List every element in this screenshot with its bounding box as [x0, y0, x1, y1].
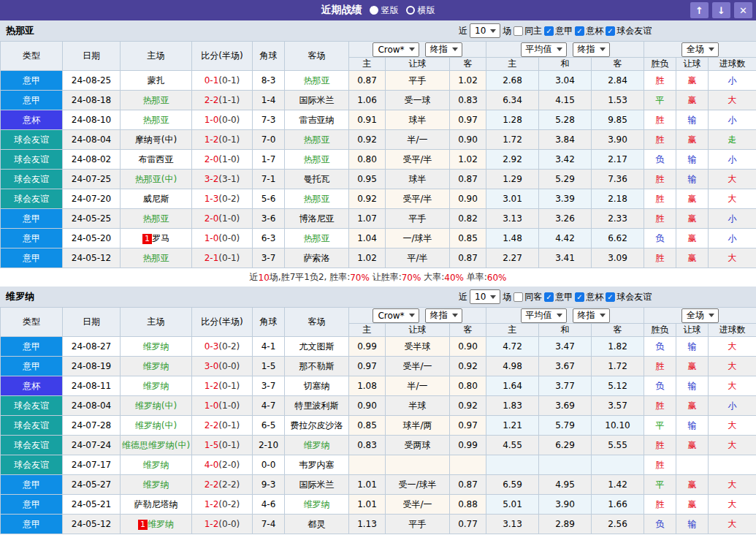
result-winloss: 胜 — [644, 170, 676, 189]
league-seriea-checkbox[interactable]: 意甲 — [544, 291, 573, 303]
match-date: 24-08-19 — [63, 357, 121, 376]
result-handicap: 赢 — [676, 71, 709, 91]
radio-unselected-icon[interactable] — [406, 6, 415, 15]
result-winloss: 负 — [644, 376, 676, 396]
summary-segment: 让胜率: — [370, 271, 402, 284]
avg-stage-select[interactable]: 终指 — [573, 42, 610, 57]
odds-away: 0.90 — [450, 189, 486, 209]
match-date: 24-05-21 — [63, 495, 121, 515]
close-button[interactable]: ✕ — [734, 2, 752, 18]
checkbox-icon[interactable] — [606, 26, 615, 36]
league-badge: 意甲 — [1, 91, 63, 110]
checkbox-icon[interactable] — [575, 26, 584, 36]
checkbox-icon[interactable] — [575, 292, 584, 302]
league-friendly-checkbox[interactable]: 球会友谊 — [606, 291, 652, 303]
layout-radio-horizontal[interactable]: 横版 — [406, 4, 435, 17]
away-team: 热那亚 — [285, 130, 349, 150]
avg-home-odds: 4.72 — [486, 337, 539, 357]
score: 1-5(0-1) — [192, 436, 253, 455]
radio-selected-icon[interactable] — [370, 6, 378, 15]
corner-score: 1-4 — [253, 91, 285, 110]
result-goals: 小 — [709, 209, 756, 229]
fulltime-select[interactable]: 全场 — [681, 308, 719, 323]
result-winloss: 负 — [644, 150, 676, 170]
same-away-checkbox[interactable]: 同客 — [513, 291, 542, 303]
odds-home: 0.87 — [349, 71, 386, 91]
league-cup-checkbox[interactable]: 意杯 — [575, 291, 603, 303]
handicap-line: 受平/半 — [386, 150, 450, 170]
avg-stage-select[interactable]: 终指 — [573, 308, 610, 323]
same-home-checkbox[interactable]: 同主 — [513, 25, 542, 37]
avg-away-odds: 2.33 — [592, 209, 644, 229]
away-team: 热那亚 — [285, 150, 349, 170]
odds-home: 1.07 — [349, 209, 386, 229]
avg-draw-odds: 6.29 — [539, 436, 592, 455]
handicap-line: 一/球半 — [386, 229, 450, 248]
score: 3-0(0-0) — [192, 357, 253, 376]
scroll-down-button[interactable]: ↓ — [712, 2, 730, 18]
match-date: 24-07-28 — [63, 416, 121, 436]
home-team: 萨勒尼塔纳 — [121, 495, 192, 515]
match-date: 24-08-04 — [63, 396, 121, 416]
odds-home: 0.95 — [349, 170, 386, 189]
checkbox-icon[interactable] — [544, 292, 554, 302]
average-select[interactable]: 平均值 — [521, 308, 567, 323]
summary-segment: 70% — [350, 273, 370, 283]
match-row: 球会友谊 24-07-24 维德思维罗纳(中) 1-5(0-1) 2-10 维罗… — [1, 436, 756, 455]
score: 1-3(0-2) — [192, 189, 253, 209]
checkbox-icon[interactable] — [544, 26, 554, 36]
layout-radio-vertical[interactable]: 竖版 — [370, 4, 399, 17]
match-count-select[interactable]: 10 — [470, 23, 500, 38]
bookmaker-select[interactable]: Crow* — [373, 42, 419, 57]
away-team: 都灵 — [285, 515, 349, 534]
result-handicap: 赢 — [676, 495, 709, 515]
odds-away: 0.80 — [450, 376, 486, 396]
match-date: 24-05-12 — [63, 248, 121, 268]
odds-away: 0.97 — [450, 416, 486, 436]
odds-away: 0.90 — [450, 337, 486, 357]
odds-home — [349, 455, 386, 475]
odds-away: 1.02 — [450, 71, 486, 91]
match-count-select[interactable]: 10 — [470, 289, 500, 304]
match-date: 24-08-02 — [63, 150, 121, 170]
scroll-up-button[interactable]: ↑ — [690, 2, 709, 18]
away-team: 雷吉亚纳 — [285, 110, 349, 130]
chevron-down-icon — [709, 314, 714, 317]
col-header-type: 类型 — [1, 308, 63, 337]
result-goals: 大 — [709, 248, 756, 268]
home-team: 维罗纳(中) — [121, 396, 192, 416]
chevron-down-icon — [452, 48, 458, 51]
checkbox-icon[interactable] — [513, 292, 523, 302]
col-header-odds-away: 客 — [450, 58, 486, 71]
away-team: 博洛尼亚 — [285, 209, 349, 229]
away-team: 热那亚 — [285, 189, 349, 209]
col-header-corner: 角球 — [253, 308, 285, 337]
checkbox-icon[interactable] — [513, 26, 523, 36]
col-header-odds-home: 主 — [349, 324, 386, 337]
avg-away-odds: 3.57 — [592, 396, 644, 416]
result-winloss: 胜 — [644, 189, 676, 209]
col-header-avg-home: 主 — [486, 58, 539, 71]
window-title: 近期战绩 — [321, 4, 362, 17]
fulltime-select[interactable]: 全场 — [681, 42, 719, 57]
result-winloss: 胜 — [644, 71, 676, 91]
result-goals: 走 — [709, 130, 756, 150]
average-select[interactable]: 平均值 — [521, 42, 567, 57]
league-seriea-checkbox[interactable]: 意甲 — [544, 25, 573, 37]
odds-stage-select[interactable]: 终指 — [425, 42, 462, 57]
average-select-group: 平均值 终指 — [486, 308, 644, 324]
league-badge: 意杯 — [1, 376, 63, 396]
bookmaker-select[interactable]: Crow* — [373, 308, 419, 323]
league-badge: 意甲 — [1, 248, 63, 268]
away-team: 切塞纳 — [285, 376, 349, 396]
league-friendly-checkbox[interactable]: 球会友谊 — [606, 25, 652, 37]
odds-away: 0.77 — [450, 515, 486, 534]
away-team: 维罗纳 — [285, 436, 349, 455]
chevron-down-icon — [557, 48, 562, 51]
checkbox-icon[interactable] — [606, 292, 615, 302]
odds-stage-select[interactable]: 终指 — [425, 308, 462, 323]
window-buttons: ↑ ↓ ✕ — [690, 2, 752, 18]
corner-score: 8-3 — [253, 71, 285, 91]
league-cup-checkbox[interactable]: 意杯 — [575, 25, 603, 37]
away-team: 热那亚 — [285, 229, 349, 248]
